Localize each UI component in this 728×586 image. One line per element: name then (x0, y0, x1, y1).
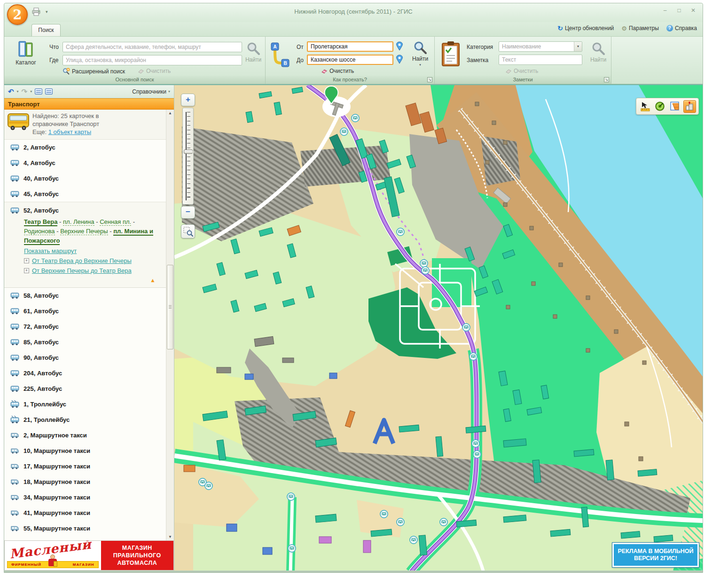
settings-link[interactable]: ⚙ Параметры (621, 24, 659, 32)
category-combo[interactable]: Наименование ▾ (499, 41, 582, 52)
scroll-up-icon[interactable]: ▲ (166, 110, 174, 117)
advanced-search-button[interactable]: Расширенный поиск (63, 68, 125, 75)
close-button[interactable]: ✕ (689, 7, 698, 16)
list-item[interactable]: 55, Маршрутное такси (4, 521, 166, 536)
gear-icon: ⚙ (621, 25, 627, 32)
to-input[interactable] (307, 55, 393, 65)
stop-link[interactable]: пл. Ленина (63, 218, 94, 226)
notes-dialog-launcher[interactable]: ↘ (604, 77, 609, 82)
find-route-button[interactable]: Найти ▾ (409, 40, 431, 67)
zoom-out-button[interactable]: − (181, 206, 195, 219)
from-input[interactable] (307, 41, 393, 52)
group-caption-notes: Заметки (435, 76, 611, 84)
map-canvas[interactable] (174, 85, 703, 571)
list-item[interactable]: 18, Маршрутное такси (4, 474, 166, 490)
tab-row: Поиск ↻ Центр обновлений ⚙ Параметры ? С… (4, 22, 703, 36)
directories-caret-icon: ▾ (168, 89, 170, 94)
back-button[interactable]: ↶ (8, 87, 14, 96)
zoom-select-tool-button[interactable] (181, 224, 195, 238)
from-pin-icon[interactable] (395, 41, 404, 52)
find-route-caret-icon: ▾ (419, 63, 421, 67)
forward-caret-icon[interactable]: ▾ (30, 89, 32, 94)
radar-tool-button[interactable] (654, 100, 666, 113)
3d-view-button[interactable] (683, 100, 696, 113)
window-bottom-border (4, 570, 703, 572)
map-object-link[interactable]: 1 объект карты (48, 128, 91, 135)
screenshot-tool-button[interactable] (668, 100, 681, 113)
note-input[interactable] (499, 55, 582, 65)
list-view-icon[interactable] (45, 88, 53, 95)
list-item[interactable]: 45, Автобус (4, 186, 166, 202)
forward-button[interactable]: ↷ (22, 87, 28, 96)
card-view-icon[interactable] (35, 88, 42, 95)
minimize-button[interactable]: – (660, 7, 670, 16)
help-link[interactable]: ? Справка (666, 24, 697, 32)
title-bar[interactable]: 2 ▾ Нижний Новгород (сентябрь 2011) - 2Г… (4, 3, 703, 22)
list-item[interactable]: 72, Автобус (4, 319, 166, 334)
magnifier-select-icon (183, 226, 193, 237)
where-input[interactable] (63, 55, 242, 65)
list-item[interactable]: 10, Маршрутное такси (4, 443, 166, 459)
catalog-button[interactable]: Каталог (9, 40, 43, 66)
sidebar-ad-banner[interactable]: Масленый ФИРМЕННЫЙМАГАЗИН МАГАЗИН ПРАВИЛ… (4, 540, 174, 570)
zoom-in-button[interactable]: + (181, 94, 195, 106)
find-notes-button[interactable]: Найти (588, 41, 609, 63)
list-item[interactable]: 17, Маршрутное такси (4, 459, 166, 474)
list-item[interactable]: 204, Автобус (4, 365, 166, 381)
mobile-version-ad[interactable]: РЕКЛАМА В МОБИЛЬНОЙ ВЕРСИИ 2ГИС! (612, 543, 699, 567)
clear-search-button[interactable]: Очистить (138, 68, 171, 74)
list-item[interactable]: 40, Автобус (4, 171, 166, 186)
list-item[interactable]: 90, Автобус (4, 350, 166, 365)
sidebar-scrollbar[interactable]: ▲ ▼ (166, 110, 174, 540)
warning-icon[interactable]: ▲ (150, 277, 156, 284)
find-button-search[interactable]: Найти (243, 41, 264, 63)
combo-caret-icon[interactable]: ▾ (574, 42, 582, 51)
clear-notes-button[interactable]: Очистить (505, 68, 538, 74)
list-item[interactable]: 58, Автобус (4, 288, 166, 303)
expand-icon[interactable]: + (24, 258, 29, 263)
zoom-slider[interactable] (182, 108, 194, 205)
list-item[interactable]: 225, Автобус (4, 381, 166, 396)
what-input[interactable] (63, 42, 242, 52)
list-item[interactable]: 2, Автобус (4, 140, 166, 155)
list-item[interactable]: 41, Маршрутное такси (4, 505, 166, 521)
stop-link[interactable]: Сенная пл. (100, 218, 131, 226)
map-area[interactable]: + − (174, 85, 703, 571)
zoom-slider-thumb[interactable] (184, 150, 193, 154)
stop-link[interactable]: Театр Вера (24, 218, 57, 226)
route-dialog-launcher[interactable]: ↘ (427, 77, 432, 82)
trolleybus-icon (10, 400, 19, 408)
scroll-down-icon[interactable]: ▼ (166, 533, 174, 540)
search-icon (246, 41, 260, 55)
list-item[interactable]: 21, Троллейбус (4, 412, 166, 428)
scrollbar-thumb[interactable] (167, 265, 173, 349)
to-pin-icon[interactable] (395, 55, 404, 65)
list-item[interactable]: 2, Маршрутное такси (4, 428, 166, 443)
list-item[interactable]: 4, Автобус (4, 155, 166, 171)
show-route-link[interactable]: Показать маршрут (24, 247, 77, 254)
direction-row: + От Театр Вера до Верхние Печеры (24, 257, 162, 264)
stop-link[interactable]: Верхние Печеры (60, 228, 108, 235)
expand-icon[interactable]: + (24, 268, 29, 273)
update-center-link[interactable]: ↻ Центр обновлений (557, 24, 614, 32)
tab-search[interactable]: Поиск (31, 24, 61, 36)
direction-link[interactable]: От Театр Вера до Верхние Печеры (32, 257, 132, 264)
bus-icon (10, 190, 19, 198)
stop-link[interactable]: Родионова (24, 228, 55, 235)
back-caret-icon[interactable]: ▾ (17, 89, 19, 94)
direction-link[interactable]: От Верхние Печеры до Театр Вера (32, 267, 132, 274)
list-item[interactable]: 61, Автобус (4, 303, 166, 319)
list-item[interactable]: 85, Автобус (4, 334, 166, 350)
list-item[interactable]: 52, Автобус (4, 203, 162, 217)
transport-header[interactable]: Транспорт (4, 98, 174, 110)
catalog-books-icon (16, 40, 35, 58)
list-item[interactable]: 34, Маршрутное такси (4, 490, 166, 505)
minibus-icon (10, 432, 19, 439)
app-logo-2gis-icon[interactable]: 2 (7, 4, 28, 25)
list-item[interactable]: 1, Троллейбус (4, 396, 166, 412)
clear-route-button[interactable]: Очистить (321, 68, 354, 74)
maximize-button[interactable]: □ (674, 7, 684, 16)
measure-tool-button[interactable] (639, 100, 651, 113)
minibus-icon (10, 525, 19, 532)
directories-dropdown[interactable]: Справочники ▾ (132, 88, 170, 95)
